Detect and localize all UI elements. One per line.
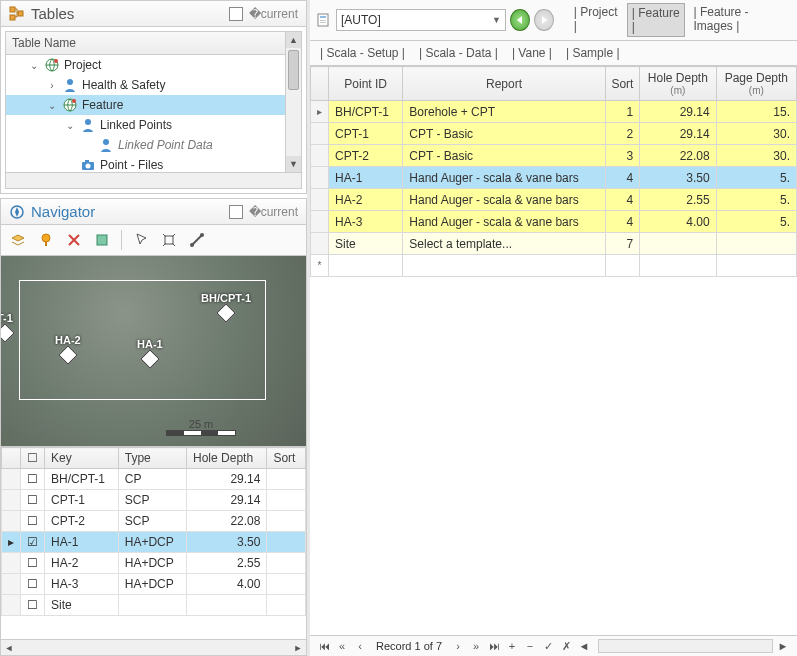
tree-node-project[interactable]: ⌄Project bbox=[6, 55, 301, 75]
nav-row-cpt-1[interactable]: ☐CPT-1SCP29.14 bbox=[2, 490, 306, 511]
col-report[interactable]: Report bbox=[403, 67, 605, 101]
tree-node-linked-point-data[interactable]: Linked Point Data bbox=[6, 135, 301, 155]
map-view[interactable]: BH/CPT-1T-1HA-2HA-1 25 m bbox=[1, 256, 306, 446]
col-hole-depth[interactable]: Hole Depth(m) bbox=[640, 67, 717, 101]
cell-report[interactable]: Select a template... bbox=[403, 233, 605, 255]
cell-holedepth[interactable]: 29.14 bbox=[640, 101, 717, 123]
grid-row[interactable]: CPT-1CPT - Basic229.1430. bbox=[311, 123, 797, 145]
cell-report[interactable]: Hand Auger - scala & vane bars bbox=[403, 211, 605, 233]
row-checkbox[interactable]: ☐ bbox=[21, 490, 45, 511]
cell-report[interactable]: Hand Auger - scala & vane bars bbox=[403, 189, 605, 211]
maximize-button[interactable] bbox=[229, 7, 243, 21]
row-checkbox[interactable]: ☐ bbox=[21, 595, 45, 616]
tab-sample[interactable]: | Sample | bbox=[562, 44, 624, 62]
cell-sort[interactable]: 2 bbox=[605, 123, 639, 145]
grid-row[interactable]: HA-1Hand Auger - scala & vane bars43.505… bbox=[311, 167, 797, 189]
tab-feature[interactable]: | Feature | bbox=[627, 3, 686, 37]
hscroll-left[interactable]: ◄ bbox=[1, 640, 17, 655]
footer-scroll-left[interactable]: ◄ bbox=[576, 640, 592, 652]
cell-pointid[interactable]: HA-3 bbox=[329, 211, 403, 233]
map-point-bh-cpt-1[interactable]: BH/CPT-1 bbox=[201, 292, 251, 320]
nav-maximize-button[interactable] bbox=[229, 205, 243, 219]
tab-scaladata[interactable]: | Scala - Data | bbox=[415, 44, 502, 62]
tree-hscroll[interactable] bbox=[6, 172, 301, 188]
row-header[interactable] bbox=[2, 574, 21, 595]
prev-record-button[interactable]: ‹ bbox=[352, 640, 368, 652]
expand-toggle[interactable]: › bbox=[46, 80, 58, 91]
cell-holedepth[interactable]: 2.55 bbox=[640, 189, 717, 211]
cell-sort[interactable]: 1 bbox=[605, 101, 639, 123]
tree-node-health-safety[interactable]: ›Health & Safety bbox=[6, 75, 301, 95]
pin-button[interactable] bbox=[33, 228, 59, 252]
expand-toggle[interactable]: ⌄ bbox=[46, 100, 58, 111]
nav-row-ha-1[interactable]: ▸☑HA-1HA+DCP3.50 bbox=[2, 532, 306, 553]
nav-col-sort[interactable]: Sort bbox=[267, 448, 306, 469]
col-sort[interactable]: Sort bbox=[605, 67, 639, 101]
map-point-ha-2[interactable]: HA-2 bbox=[55, 334, 81, 362]
prev-page-button[interactable]: « bbox=[334, 640, 350, 652]
cell-sort[interactable]: 3 bbox=[605, 145, 639, 167]
delete-record-button[interactable]: − bbox=[522, 640, 538, 653]
grid-row[interactable]: * bbox=[311, 255, 797, 277]
cell-pointid[interactable]: HA-2 bbox=[329, 189, 403, 211]
tree-node-feature[interactable]: ⌄Feature bbox=[6, 95, 301, 115]
row-checkbox[interactable]: ☑ bbox=[21, 532, 45, 553]
col-point-id[interactable]: Point ID bbox=[329, 67, 403, 101]
row-checkbox[interactable]: ☐ bbox=[21, 511, 45, 532]
row-header[interactable] bbox=[2, 469, 21, 490]
tree-node-linked-points[interactable]: ⌄Linked Points bbox=[6, 115, 301, 135]
nav-row-cpt-2[interactable]: ☐CPT-2SCP22.08 bbox=[2, 511, 306, 532]
scroll-down[interactable]: ▼ bbox=[286, 156, 301, 172]
nav-back-button[interactable] bbox=[510, 9, 530, 31]
cell-pointid[interactable]: CPT-2 bbox=[329, 145, 403, 167]
cell-holedepth[interactable]: 4.00 bbox=[640, 211, 717, 233]
cell-report[interactable]: Borehole + CPT bbox=[403, 101, 605, 123]
row-header[interactable]: ▸ bbox=[2, 532, 21, 553]
grid-row[interactable]: HA-3Hand Auger - scala & vane bars44.005… bbox=[311, 211, 797, 233]
tab-vane[interactable]: | Vane | bbox=[508, 44, 556, 62]
pointer-button[interactable] bbox=[128, 228, 154, 252]
nav-row-bh-cpt-1[interactable]: ☐BH/CPT-1CP29.14 bbox=[2, 469, 306, 490]
footer-scroll-right[interactable]: ► bbox=[775, 640, 791, 652]
grid-row[interactable]: HA-2Hand Auger - scala & vane bars42.555… bbox=[311, 189, 797, 211]
tab-project[interactable]: | Project | bbox=[570, 3, 623, 37]
cell-pagedepth[interactable]: 5. bbox=[716, 211, 796, 233]
cell-holedepth[interactable] bbox=[640, 233, 717, 255]
cell-pointid[interactable]: CPT-1 bbox=[329, 123, 403, 145]
nav-hscroll[interactable]: ◄ ► bbox=[1, 639, 306, 655]
scroll-up[interactable]: ▲ bbox=[286, 32, 301, 48]
tree-scrollbar[interactable]: ▲ ▼ bbox=[285, 32, 301, 172]
row-header[interactable] bbox=[2, 553, 21, 574]
cell-sort[interactable]: 4 bbox=[605, 211, 639, 233]
cell-report[interactable]: CPT - Basic bbox=[403, 123, 605, 145]
row-checkbox[interactable]: ☐ bbox=[21, 553, 45, 574]
nav-pin-icon[interactable]: �current bbox=[249, 205, 298, 219]
cell-pagedepth[interactable] bbox=[716, 233, 796, 255]
add-record-button[interactable]: + bbox=[504, 640, 520, 653]
nav-forward-button[interactable] bbox=[534, 9, 554, 31]
extent-button[interactable] bbox=[156, 228, 182, 252]
cell-holedepth[interactable]: 3.50 bbox=[640, 167, 717, 189]
cell-report[interactable] bbox=[403, 255, 605, 277]
cell-report[interactable]: Hand Auger - scala & vane bars bbox=[403, 167, 605, 189]
cancel-button[interactable]: ✗ bbox=[558, 640, 574, 653]
nav-col-type[interactable]: Type bbox=[118, 448, 186, 469]
cell-sort[interactable]: 7 bbox=[605, 233, 639, 255]
commit-button[interactable]: ✓ bbox=[540, 640, 556, 653]
cell-report[interactable]: CPT - Basic bbox=[403, 145, 605, 167]
cell-pagedepth[interactable]: 15. bbox=[716, 101, 796, 123]
nav-col-key[interactable]: Key bbox=[45, 448, 119, 469]
nav-col-hole-depth[interactable]: Hole Depth bbox=[187, 448, 267, 469]
cell-pagedepth[interactable]: 30. bbox=[716, 145, 796, 167]
nav-row-site[interactable]: ☐Site bbox=[2, 595, 306, 616]
cell-holedepth[interactable]: 29.14 bbox=[640, 123, 717, 145]
layers-button[interactable] bbox=[5, 228, 31, 252]
measure-button[interactable] bbox=[184, 228, 210, 252]
cell-pagedepth[interactable]: 5. bbox=[716, 167, 796, 189]
grid-row[interactable]: SiteSelect a template...7 bbox=[311, 233, 797, 255]
tab-featureimages[interactable]: | Feature - Images | bbox=[689, 3, 791, 37]
expand-toggle[interactable]: ⌄ bbox=[28, 60, 40, 71]
cell-holedepth[interactable]: 22.08 bbox=[640, 145, 717, 167]
row-header[interactable] bbox=[2, 490, 21, 511]
row-header[interactable] bbox=[2, 595, 21, 616]
